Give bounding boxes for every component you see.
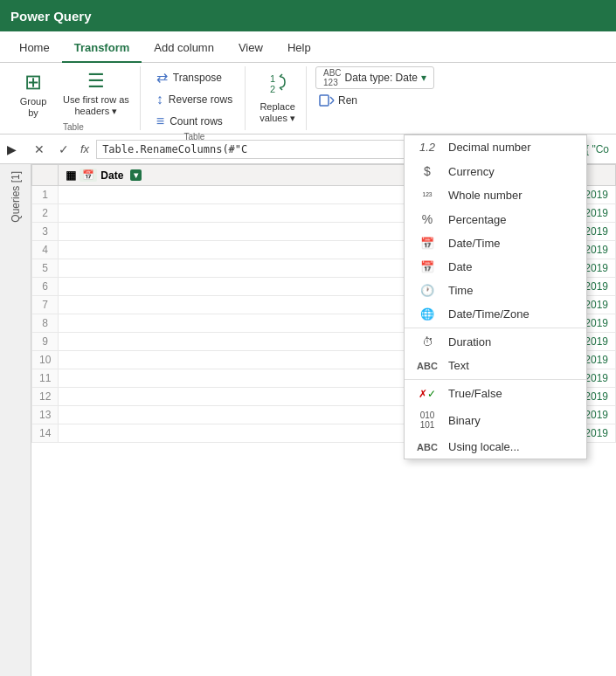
- type-option-icon: ABC: [415, 442, 440, 452]
- ribbon-group-rows: ⇄ Transpose ↕ Reverse rows ≡ Count rows …: [144, 66, 246, 130]
- dropdown-item-percentage[interactable]: % Percentage: [405, 207, 586, 231]
- first-row-headers-button[interactable]: ☰ Use first row asheaders ▾: [58, 66, 135, 121]
- reverse-rows-label: Reverse rows: [169, 93, 232, 106]
- type-option-icon: 📅: [415, 260, 440, 273]
- dropdown-item-time[interactable]: 🕐 Time: [405, 279, 586, 302]
- tab-transform[interactable]: Transform: [62, 34, 142, 63]
- type-option-label: Time: [448, 284, 473, 297]
- row-num-header: [32, 165, 59, 186]
- tab-add-column[interactable]: Add column: [142, 34, 226, 63]
- type-option-icon: %: [415, 212, 440, 226]
- group-by-icon: ⊞: [24, 70, 42, 94]
- formula-expand-toggle[interactable]: ▶: [7, 142, 24, 156]
- replace-values-label: Replacevalues ▾: [260, 101, 295, 124]
- queries-sidebar-label: Queries [1]: [10, 171, 22, 223]
- dropdown-item-date-time-zone[interactable]: 🌐 Date/Time/Zone: [405, 302, 586, 326]
- count-rows-button[interactable]: ≡ Count rows: [151, 111, 238, 132]
- row-number-cell: 5: [32, 259, 59, 278]
- dropdown-arrow-icon: ▾: [421, 72, 426, 84]
- row-number-cell: 7: [32, 296, 59, 314]
- svg-rect-2: [320, 95, 329, 106]
- dropdown-item-date[interactable]: 📅 Date: [405, 255, 586, 279]
- row-number-cell: 2: [32, 204, 59, 223]
- dropdown-item-text[interactable]: ABC Text: [405, 354, 586, 377]
- first-row-icon: ☰: [87, 70, 105, 93]
- type-option-icon: ⏱: [415, 335, 440, 348]
- date-col-label: Date: [100, 169, 123, 182]
- count-rows-icon: ≡: [156, 114, 164, 129]
- count-rows-label: Count rows: [170, 115, 223, 128]
- dropdown-item-whole-number[interactable]: ¹²³ Whole number: [405, 183, 586, 207]
- row-number-cell: 8: [32, 314, 59, 333]
- data-type-label: Data type: Date: [345, 72, 418, 84]
- row-number-cell: 9: [32, 333, 59, 351]
- row-number-cell: 12: [32, 388, 59, 406]
- dropdown-item-decimal-number[interactable]: 1.2 Decimal number: [405, 135, 586, 159]
- type-option-icon: 1.2: [415, 141, 440, 154]
- svg-text:2: 2: [270, 84, 275, 94]
- row-number-cell: 10: [32, 351, 59, 369]
- tab-help[interactable]: Help: [275, 34, 323, 63]
- type-option-label: True/False: [448, 387, 502, 400]
- group-by-label: Groupby: [20, 96, 47, 119]
- type-option-label: Binary: [448, 414, 481, 427]
- replace-group-label: [276, 128, 279, 139]
- date-col-dropdown-icon[interactable]: ▾: [130, 169, 142, 181]
- type-option-label: Duration: [448, 335, 491, 348]
- type-option-label: Decimal number: [448, 141, 531, 154]
- row-number-cell: 6: [32, 278, 59, 296]
- type-option-label: Text: [448, 359, 469, 372]
- type-option-icon: $: [415, 164, 440, 178]
- replace-values-button[interactable]: 1 2 Replacevalues ▾: [254, 66, 301, 128]
- dropdown-item-binary[interactable]: 010101 Binary: [405, 405, 586, 435]
- type-option-icon: 🌐: [415, 307, 440, 321]
- table-icon: ▦: [66, 169, 76, 182]
- app-title: Power Query: [10, 9, 92, 24]
- transpose-button[interactable]: ⇄ Transpose: [151, 66, 238, 88]
- row-number-cell: 1: [32, 186, 59, 204]
- dropdown-item-currency[interactable]: $ Currency: [405, 159, 586, 183]
- ribbon: ⊞ Groupby ☰ Use first row asheaders ▾ Ta…: [0, 63, 616, 135]
- type-option-label: Date/Time/Zone: [448, 307, 529, 321]
- formula-cancel-button[interactable]: ✕: [30, 140, 49, 159]
- fx-label: fx: [80, 142, 89, 155]
- row-number-cell: 14: [32, 424, 59, 443]
- dropdown-item-using-locale---[interactable]: ABC Using locale...: [405, 435, 586, 459]
- formula-confirm-button[interactable]: ✓: [54, 140, 73, 159]
- datatype-group-label: [374, 119, 377, 130]
- type-option-label: Currency: [448, 165, 495, 178]
- dropdown-item-duration[interactable]: ⏱ Duration: [405, 330, 586, 354]
- data-type-dropdown[interactable]: ABC123 Data type: Date ▾: [315, 66, 434, 89]
- ribbon-group-datatype: ABC123 Data type: Date ▾ Ren: [310, 66, 440, 130]
- type-option-label: Whole number: [448, 189, 523, 202]
- row-number-cell: 4: [32, 241, 59, 259]
- dropdown-item-date-time[interactable]: 📅 Date/Time: [405, 231, 586, 255]
- type-option-label: Date/Time: [448, 237, 500, 250]
- table-group-label: Table: [63, 122, 84, 134]
- reverse-rows-button[interactable]: ↕ Reverse rows: [151, 89, 238, 110]
- rename-icon: [319, 93, 335, 108]
- date-type-icon: 📅: [80, 169, 97, 182]
- first-row-label: Use first row asheaders ▾: [63, 94, 129, 117]
- type-option-label: Using locale...: [448, 440, 520, 453]
- type-option-icon: ✗✓: [415, 388, 440, 400]
- dropdown-item-true-false[interactable]: ✗✓ True/False: [405, 382, 586, 405]
- row-actions-group: ⇄ Transpose ↕ Reverse rows ≡ Count rows: [151, 66, 238, 132]
- group-by-button[interactable]: ⊞ Groupby: [12, 66, 54, 122]
- tab-home[interactable]: Home: [7, 34, 62, 63]
- type-option-icon: 010101: [415, 410, 440, 430]
- datatype-abc-icon: ABC123: [323, 68, 342, 87]
- transpose-label: Transpose: [173, 72, 222, 84]
- sidebar: Queries [1]: [0, 164, 31, 676]
- row-number-cell: 13: [32, 406, 59, 424]
- type-option-icon: 📅: [415, 237, 440, 250]
- type-option-icon: 🕐: [415, 284, 440, 297]
- tab-view[interactable]: View: [226, 34, 275, 63]
- reverse-rows-icon: ↕: [156, 92, 163, 107]
- ribbon-group-replace: 1 2 Replacevalues ▾: [249, 66, 307, 130]
- ribbon-group-table: ⊞ Groupby ☰ Use first row asheaders ▾ Ta…: [7, 66, 141, 130]
- rename-button[interactable]: Ren: [315, 91, 361, 110]
- svg-line-3: [330, 97, 334, 100]
- rename-label: Ren: [338, 94, 357, 107]
- transpose-icon: ⇄: [156, 69, 168, 86]
